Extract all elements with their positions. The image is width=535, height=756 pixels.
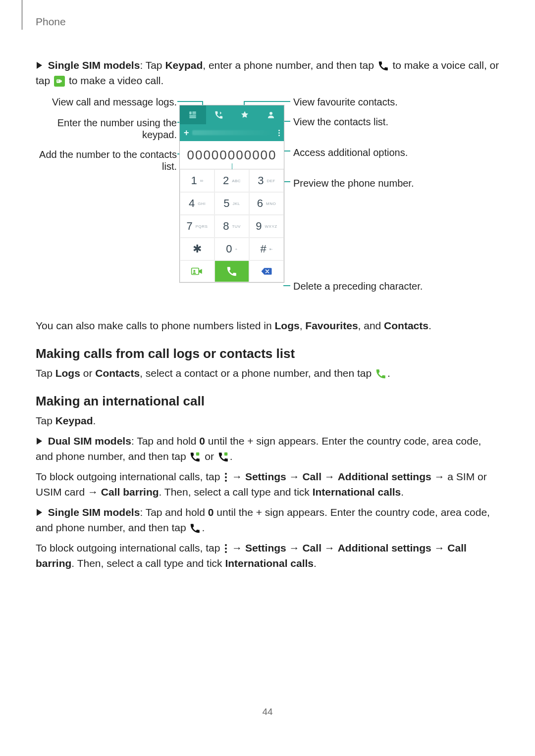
key-star[interactable]: ✱ xyxy=(180,238,214,260)
callout-more-options: Access additional options. xyxy=(293,147,472,158)
key-4[interactable]: 4GHI xyxy=(180,192,214,215)
single-sim-paragraph: Single SIM models: Tap and hold 0 until … xyxy=(36,504,499,535)
callout-contacts: View the contacts list. xyxy=(293,116,472,128)
tab-contacts[interactable] xyxy=(258,105,284,124)
key-6[interactable]: 6MNO xyxy=(249,192,284,215)
more-options-icon[interactable] xyxy=(278,130,280,136)
section-label: Phone xyxy=(36,16,66,28)
connector xyxy=(244,101,290,102)
intro-paragraph: Single SIM models: Tap Keypad, enter a p… xyxy=(36,57,499,88)
svg-rect-2 xyxy=(193,113,197,115)
text: Keypad xyxy=(165,59,203,71)
block-single-paragraph: To block outgoing international calls, t… xyxy=(36,540,499,571)
svg-rect-1 xyxy=(193,111,197,113)
connector xyxy=(177,101,202,102)
tap-keypad-line: Tap Keypad. xyxy=(36,413,499,428)
video-call-icon xyxy=(54,76,65,87)
bullet-triangle-icon xyxy=(37,62,42,69)
key-9[interactable]: 9WXYZ xyxy=(249,215,284,238)
voice-call-button[interactable] xyxy=(214,260,249,282)
callout-favourites: View favourite contacts. xyxy=(293,96,472,108)
phone-sim2-icon xyxy=(218,452,229,462)
block-dual-paragraph: To block outgoing international calls, t… xyxy=(36,469,499,500)
header-rule xyxy=(22,0,22,30)
phone-sim1-icon xyxy=(190,452,201,462)
key-5[interactable]: 5JKL xyxy=(214,192,249,215)
add-to-contacts-label-blurred xyxy=(192,130,275,135)
text: : Tap xyxy=(140,59,165,71)
dual-sim-paragraph: Dual SIM models: Tap and hold 0 until th… xyxy=(36,433,499,464)
phone-screenshot: + 00000000000 1∞ 2ABC 3DEF 4GHI 5JKL 6MN… xyxy=(179,105,284,283)
text: to make a video call. xyxy=(69,75,163,86)
phone-tabs xyxy=(180,105,284,124)
svg-rect-0 xyxy=(190,111,192,114)
key-2[interactable]: 2ABC xyxy=(214,169,249,192)
svg-rect-8 xyxy=(224,453,227,455)
key-8[interactable]: 8TUV xyxy=(214,215,249,238)
svg-point-6 xyxy=(193,270,195,272)
video-call-button[interactable] xyxy=(180,260,214,282)
after-diagram-paragraph: You can also make calls to phone numbers… xyxy=(36,318,499,333)
callout-preview-number: Preview the phone number. xyxy=(293,177,472,189)
add-to-contacts-row[interactable]: + xyxy=(180,124,284,141)
bullet-triangle-icon xyxy=(37,438,42,445)
page-number: 44 xyxy=(0,706,535,717)
backspace-button[interactable] xyxy=(249,260,284,282)
callout-delete-char: Delete a preceding character. xyxy=(293,280,472,292)
key-3[interactable]: 3DEF xyxy=(249,169,284,192)
more-options-icon xyxy=(225,544,227,553)
key-7[interactable]: 7PQRS xyxy=(180,215,214,238)
phone-handset-green-icon xyxy=(375,368,386,379)
section1-body: Tap Logs or Contacts, select a contact o… xyxy=(36,365,499,381)
heading-international: Making an international call xyxy=(36,394,499,409)
key-1[interactable]: 1∞ xyxy=(180,169,214,192)
svg-rect-4 xyxy=(190,117,197,118)
intro-model-label: Single SIM models xyxy=(48,59,140,71)
svg-rect-3 xyxy=(190,115,197,117)
number-preview: 00000000000 xyxy=(180,141,284,169)
text: , enter a phone number, and then tap xyxy=(203,59,376,71)
phone-app-diagram: View call and message logs. Enter the nu… xyxy=(36,93,499,306)
tab-favourites[interactable] xyxy=(232,105,258,124)
tab-keypad[interactable] xyxy=(180,105,206,124)
dialer-keypad: 1∞ 2ABC 3DEF 4GHI 5JKL 6MNO 7PQRS 8TUV 9… xyxy=(180,169,284,260)
key-hash[interactable]: #⇤ xyxy=(249,238,284,260)
callout-logs: View call and message logs. xyxy=(36,96,177,108)
callout-add-contact: Add the number to the contacts list. xyxy=(36,149,177,172)
plus-icon: + xyxy=(184,128,189,138)
more-options-icon xyxy=(225,473,227,482)
tab-logs[interactable] xyxy=(206,105,232,124)
phone-handset-icon xyxy=(190,523,201,534)
phone-handset-icon xyxy=(378,60,389,71)
key-0[interactable]: 0+ xyxy=(214,238,249,260)
heading-call-logs: Making calls from call logs or contacts … xyxy=(36,346,499,361)
svg-rect-7 xyxy=(196,453,199,455)
callout-keypad: Enter the number using the keypad. xyxy=(36,117,177,141)
connector xyxy=(283,285,290,286)
bullet-triangle-icon xyxy=(37,509,42,516)
